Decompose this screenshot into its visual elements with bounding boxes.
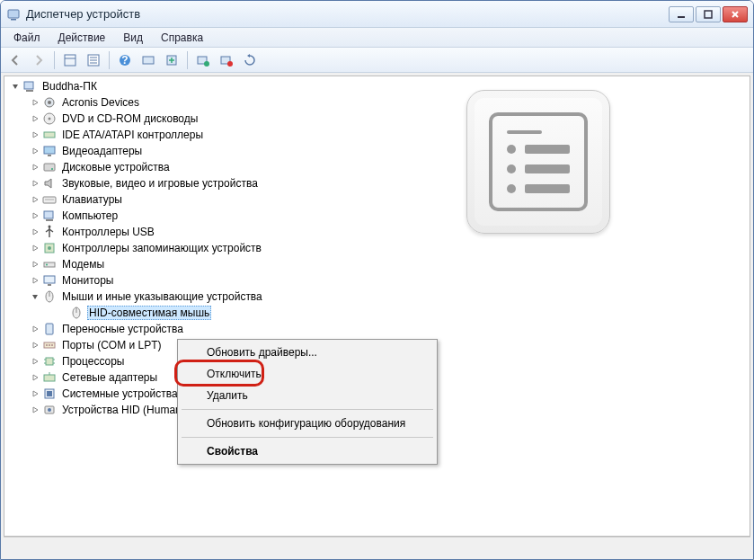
port-icon [42,338,57,352]
context-menu-item[interactable]: Отключить [180,363,435,385]
tree-category[interactable]: Клавиатуры [4,191,750,208]
expand-toggle-icon[interactable] [30,356,40,367]
context-menu-separator [182,437,433,438]
window-title: Диспетчер устройств [26,7,669,21]
tree-category-label: Клавиатуры [60,192,124,207]
computer-icon [42,209,57,223]
scan-hardware-button[interactable] [137,49,159,71]
tree-category[interactable]: Мыши и иные указывающие устройства [4,289,750,305]
watermark-keycap-icon [466,90,610,234]
uninstall-button[interactable] [192,49,214,71]
tree-category-label: Процессоры [60,354,127,369]
ide-icon [42,128,57,142]
tree-category[interactable]: Контроллеры запоминающих устройств [4,240,750,256]
expand-toggle-icon[interactable] [30,113,40,124]
context-menu-item[interactable]: Свойства [180,440,435,462]
svg-point-19 [227,61,233,67]
tree-category[interactable]: Мониторы [4,272,750,289]
portable-icon [42,322,57,336]
svg-rect-0 [8,10,19,18]
expand-toggle-icon[interactable] [10,81,21,92]
context-menu-item[interactable]: Обновить драйверы... [180,342,435,363]
tree-category[interactable]: Контроллеры USB [4,224,750,240]
tree-category[interactable]: Модемы [4,256,750,272]
menu-help[interactable]: Справка [152,28,212,47]
expand-toggle-icon[interactable] [30,243,40,253]
menu-action[interactable]: Действие [49,28,115,47]
svg-rect-1 [11,19,16,21]
tree-category[interactable]: Видеоадаптеры [4,143,750,159]
tree-device-label: HID-совместимая мышь [87,306,211,320]
svg-rect-40 [44,276,55,283]
tree-category-label: Компьютер [60,209,120,223]
tree-root[interactable]: Buddha-ПК [4,78,750,94]
gear-icon [42,95,57,110]
titlebar[interactable]: Диспетчер устройств [1,1,753,28]
expand-toggle-icon[interactable] [30,178,40,189]
menu-view[interactable]: Вид [114,28,152,47]
back-button[interactable] [4,49,26,71]
expand-toggle-icon[interactable] [30,372,40,383]
tree-category-label: Системные устройства [60,387,180,401]
properties-button[interactable] [83,49,104,71]
minimize-button[interactable] [669,6,694,22]
tree-category[interactable]: IDE ATA/ATAPI контроллеры [4,127,750,143]
tree-category[interactable]: Дисковые устройства [4,159,750,175]
svg-rect-20 [24,82,33,89]
expand-toggle-icon[interactable] [30,259,40,270]
tree-category-label: IDE ATA/ATAPI контроллеры [60,128,205,142]
svg-rect-28 [48,155,51,156]
maximize-button[interactable] [696,6,721,22]
tree-category-label: Модемы [60,257,106,271]
expand-toggle-icon[interactable] [30,291,40,302]
tree-device[interactable]: HID-совместимая мышь [4,305,750,321]
refresh-button[interactable] [239,49,261,71]
context-menu-separator [182,409,433,410]
expand-toggle-icon[interactable] [30,324,40,334]
context-menu-item[interactable]: Удалить [180,385,435,406]
device-tree-panel[interactable]: Buddha-ПКAcronis DevicesDVD и CD-ROM дис… [4,76,750,537]
mouse-icon [42,289,57,304]
expand-toggle-icon[interactable] [30,340,40,351]
svg-rect-3 [705,11,712,18]
show-hide-tree-button[interactable] [59,49,81,71]
tree-category[interactable]: Компьютер [4,208,750,224]
svg-point-23 [48,101,51,104]
expand-toggle-icon[interactable] [30,275,40,286]
expand-toggle-icon[interactable] [30,388,40,399]
svg-point-39 [46,264,48,266]
expand-toggle-icon[interactable] [30,210,40,221]
display-icon [42,144,57,158]
expand-toggle-icon[interactable] [30,404,40,415]
close-button[interactable] [723,6,748,22]
tree-category-label: Порты (COM и LPT) [60,338,164,352]
svg-point-30 [51,168,53,170]
menu-file[interactable]: Файл [4,28,49,47]
tree-category[interactable]: DVD и CD-ROM дисководы [4,111,750,127]
expand-toggle-icon[interactable] [30,194,40,205]
drive-icon [42,160,57,174]
forward-button[interactable] [28,49,49,71]
context-menu-item[interactable]: Обновить конфигурацию оборудования [180,413,435,434]
device-manager-window: Диспетчер устройств Файл Действие Вид Сп… [0,0,754,560]
help-button[interactable]: ? [114,49,136,71]
svg-rect-34 [46,219,53,221]
tree-category-label: Мониторы [60,273,115,288]
tree-category[interactable]: Переносные устройства [4,321,750,337]
svg-rect-46 [46,324,53,334]
expand-toggle-icon[interactable] [30,146,40,156]
svg-rect-51 [46,358,53,365]
tree-category-label: Контроллеры запоминающих устройств [60,241,263,255]
update-driver-button[interactable] [161,49,182,71]
tree-category[interactable]: Звуковые, видео и игровые устройства [4,175,750,191]
disable-button[interactable] [216,49,237,71]
expand-toggle-icon[interactable] [30,97,40,108]
expand-toggle-icon[interactable] [30,129,40,140]
tree-category-label: Контроллеры USB [60,225,156,239]
svg-point-37 [48,246,51,250]
keyboard-icon [42,192,57,207]
tree-category[interactable]: Acronis Devices [4,94,750,111]
expand-toggle-icon[interactable] [30,227,40,237]
expand-toggle-icon[interactable] [30,162,40,173]
mouse-icon [69,306,84,320]
